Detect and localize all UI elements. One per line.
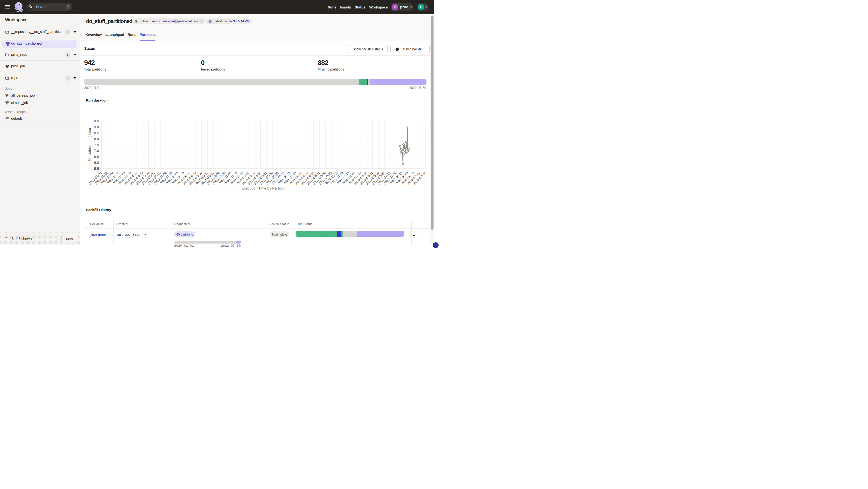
svg-text:Execution time (secs): Execution time (secs) — [88, 128, 92, 162]
svg-text:8.0: 8.0 — [94, 137, 99, 141]
svg-text:6.0: 6.0 — [94, 161, 99, 165]
svg-text:Execution Time by Partition: Execution Time by Partition — [242, 186, 286, 190]
svg-text:9.5: 9.5 — [94, 119, 99, 123]
svg-text:8.5: 8.5 — [94, 131, 99, 135]
svg-text:7.0: 7.0 — [94, 149, 99, 153]
svg-text:6.5: 6.5 — [94, 155, 99, 159]
svg-text:7.5: 7.5 — [94, 143, 99, 147]
svg-text:5.5: 5.5 — [94, 167, 99, 171]
svg-text:9.0: 9.0 — [94, 125, 99, 129]
